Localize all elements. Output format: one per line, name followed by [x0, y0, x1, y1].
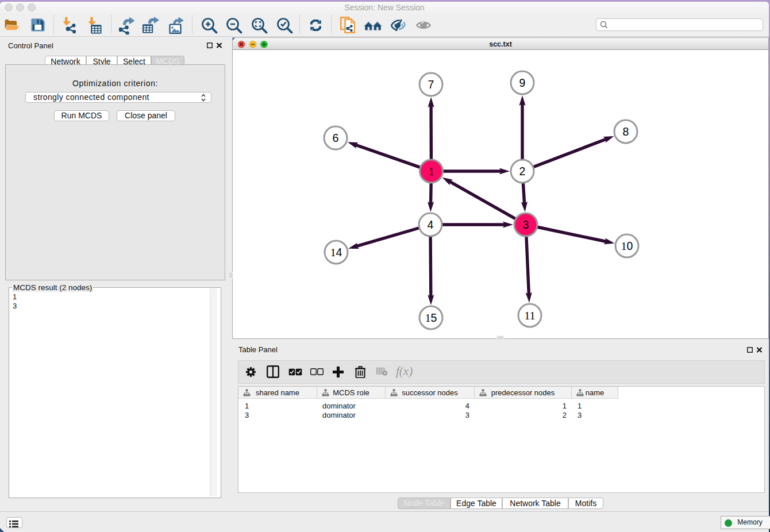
svg-text:1: 1	[429, 165, 434, 178]
svg-text:8: 8	[623, 125, 629, 138]
svg-text:9: 9	[519, 76, 526, 89]
svg-text:10: 10	[621, 240, 633, 252]
svg-text:2: 2	[519, 165, 526, 178]
svg-text:14: 14	[330, 246, 342, 259]
svg-text:3: 3	[523, 218, 529, 231]
svg-text:11: 11	[525, 310, 536, 322]
svg-text:15: 15	[425, 311, 437, 324]
svg-text:4: 4	[428, 218, 434, 231]
svg-text:7: 7	[428, 78, 434, 91]
svg-text:6: 6	[333, 132, 339, 144]
